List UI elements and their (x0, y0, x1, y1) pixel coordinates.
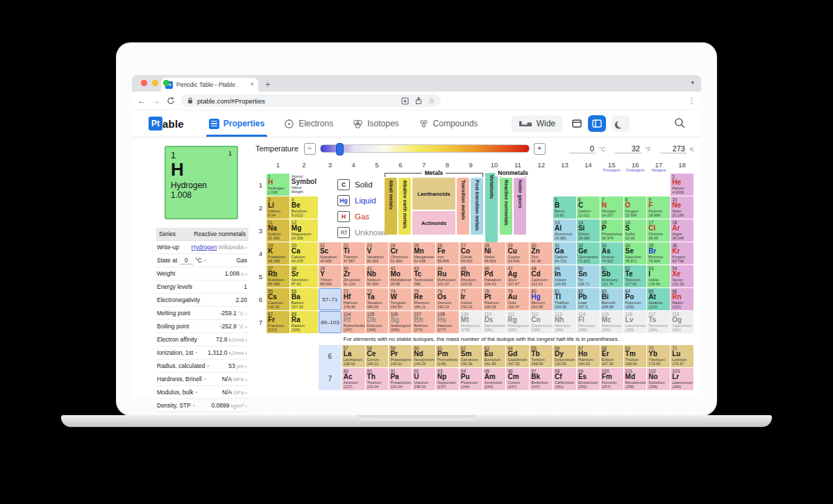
property-row-weight[interactable]: Weight1.008u▾ (156, 267, 249, 280)
element-tile-Lu[interactable]: 71LuLutetium174.97 (671, 345, 693, 367)
tab-properties[interactable]: Properties (201, 110, 273, 137)
element-tile-V[interactable]: 23VVanadium50.942 (366, 242, 389, 264)
value-dropdown-icon[interactable]: ▾ (245, 325, 247, 329)
element-tile-Y[interactable]: 39YYttrium88.906 (319, 265, 342, 287)
element-tile-H[interactable]: 1HHydrogen1.008 (267, 174, 289, 196)
group-number-13[interactable]: 13 (553, 162, 576, 174)
group-number-18[interactable]: 18 (671, 162, 693, 174)
element-tile-Md[interactable]: 101MdMendelevium(258) (624, 368, 647, 390)
element-tile-Tm[interactable]: 69TmThulium168.93 (624, 345, 647, 367)
window-controls[interactable] (141, 80, 169, 86)
forward-icon[interactable]: → (152, 96, 160, 105)
element-tile-He[interactable]: 2HeHelium4.0026 (671, 174, 693, 196)
group-number-1[interactable]: 1 (267, 162, 289, 174)
category-alkali[interactable]: Alkali metals (385, 178, 397, 235)
property-row-radius-calculated[interactable]: Radius, calculated▾53pm▾ (156, 360, 249, 373)
element-tile-Ho[interactable]: 67HoHolmium164.93 (577, 345, 600, 367)
wide-toggle-button[interactable]: Wide (512, 115, 562, 132)
category-alkaline[interactable]: Alkaline earth metals (398, 178, 411, 235)
property-row-ionization-1st[interactable]: Ionization, 1st▾1,312.0kJ/mol▾ (156, 346, 249, 360)
element-tile-Ir[interactable]: 77IrIridium192.22 (460, 288, 482, 310)
element-tile-Ti[interactable]: 22TiTitanium47.867 (342, 242, 365, 264)
period-number-3[interactable]: 3 (255, 227, 266, 235)
category-transition[interactable]: Transition metals (457, 178, 469, 235)
element-tile-Re[interactable]: 75ReRhenium186.21 (412, 288, 435, 310)
install-icon[interactable] (401, 97, 409, 105)
value-dropdown-icon[interactable]: ▾ (245, 338, 247, 342)
state-legend-solid[interactable]: CSolid (337, 176, 388, 192)
state-legend-gas[interactable]: HGas (337, 208, 388, 224)
group-number-9[interactable]: 9 (460, 162, 482, 174)
label-dropdown-icon[interactable]: ▾ (195, 351, 197, 355)
browser-menu-icon[interactable]: ⋮ (688, 96, 696, 106)
element-tile-Ru[interactable]: 44RuRuthenium101.07 (436, 265, 459, 287)
element-tile-Tb[interactable]: 65TbTerbium158.93 (530, 345, 553, 367)
element-tile-Cf[interactable]: 98CfCalifornium(251) (553, 368, 576, 390)
element-tile-Pu[interactable]: 94PuPlutonium(244) (460, 368, 482, 390)
element-tile-Pb[interactable]: 82PbLead207.2 (577, 288, 600, 310)
period-number-1[interactable]: 1 (255, 181, 266, 189)
category-noble[interactable]: Noble gases (514, 178, 526, 235)
property-row-energy-levels[interactable]: Energy levels1 (156, 280, 249, 294)
element-tile-Be[interactable]: 4BeBeryllium9.0122 (290, 196, 318, 219)
ptable-logo[interactable]: Ptable (149, 117, 184, 131)
element-tile-Pm[interactable]: 61PmPromethium(145) (436, 345, 459, 367)
element-tile-Co[interactable]: 27CoCobalt58.933 (460, 242, 482, 264)
element-tile-La[interactable]: 57LaLanthanum138.91 (342, 345, 365, 367)
element-tile-Og[interactable]: 118OgOganesson(294) (671, 311, 693, 333)
temperature-slider[interactable] (320, 144, 530, 153)
element-tile-Os[interactable]: 76OsOsmium190.23 (436, 288, 459, 310)
element-tile-U[interactable]: 92UUranium238.03 (412, 368, 435, 390)
maximize-window-button[interactable] (163, 80, 169, 86)
category-lanthanoid[interactable]: Lanthanoids (412, 178, 455, 210)
group-number-6[interactable]: 6 (389, 162, 412, 174)
element-tile-Sb[interactable]: 51SbAntimony121.76 (600, 265, 623, 287)
element-tile-Zn[interactable]: 30ZnZinc65.38 (530, 242, 553, 264)
element-tile-Ag[interactable]: 47AgSilver107.87 (506, 265, 529, 287)
layout-sidebar-toggle-button[interactable] (588, 115, 606, 132)
label-dropdown-icon[interactable]: ▾ (193, 403, 195, 408)
element-tile-Kr[interactable]: 36KrKrypton83.798 (671, 242, 693, 264)
element-tile-Ts[interactable]: 117TsTennessine(294) (647, 311, 670, 333)
element-tile-Lr[interactable]: 103LrLawrencium(266) (671, 368, 693, 390)
element-tile-Tl[interactable]: 81TlThallium204.38 (553, 288, 576, 310)
group-number-3[interactable]: 3 (319, 162, 342, 174)
element-tile-Si[interactable]: 14SiSilicon28.085 (577, 219, 600, 242)
group-number-5[interactable]: 5 (366, 162, 389, 174)
element-tile-Er[interactable]: 68ErErbium167.26 (600, 345, 623, 367)
element-tile-Rh[interactable]: 45RhRhodium102.91 (460, 265, 482, 287)
element-tile-Na[interactable]: 11NaSodium22.990 (267, 219, 289, 242)
search-button[interactable] (674, 117, 686, 131)
property-row-electronegativity[interactable]: Electronegativity2.20 (156, 294, 249, 307)
element-tile-Ca[interactable]: 20CaCalcium40.078 (290, 242, 318, 264)
element-tile-Au[interactable]: 79AuGold196.97 (506, 288, 529, 310)
writeup-link[interactable]: Hydrogen (192, 244, 217, 251)
element-tile-F[interactable]: 9FFluorine18.998 (647, 196, 670, 219)
element-tile-C[interactable]: 6CCarbon12.011 (577, 196, 600, 219)
element-tile-Am[interactable]: 95AmAmericium(243) (483, 368, 506, 390)
element-tile-Cn[interactable]: 112CnCopernicium(285) (530, 311, 553, 333)
element-tile-Mt[interactable]: 109MtMeitnerium(278) (460, 311, 482, 333)
group-number-14[interactable]: 14 (577, 162, 600, 174)
state-legend-liquid[interactable]: HgLiquid (337, 192, 388, 208)
group-number-4[interactable]: 4 (342, 162, 365, 174)
close-window-button[interactable] (141, 80, 147, 86)
fblock-placeholder-57–71[interactable]: 57–71 (319, 288, 342, 310)
browser-tab[interactable]: Pt Periodic Table - Ptable × (161, 78, 258, 92)
element-tile-N[interactable]: 7NNitrogen14.007 (600, 196, 623, 219)
element-tile-Fr[interactable]: 87FrFrancium(223) (267, 311, 289, 333)
element-tile-Pr[interactable]: 59PrPraseodymium140.91 (389, 345, 412, 367)
element-tile-I[interactable]: 53IIodine126.90 (647, 265, 670, 287)
element-tile-Cl[interactable]: 17ClChlorine35.45 (647, 219, 670, 242)
period-number-7[interactable]: 7 (255, 319, 266, 326)
value-dropdown-icon[interactable]: ▾ (245, 364, 247, 369)
element-tile-Hs[interactable]: 108HsHassium(277) (436, 311, 459, 333)
element-tile-Ar[interactable]: 18ArArgon39.948 (671, 219, 693, 242)
period-number-5[interactable]: 5 (255, 273, 266, 280)
element-tile-Fl[interactable]: 114FlFlerovium(289) (577, 311, 600, 333)
element-tile-W[interactable]: 74WTungsten183.84 (389, 288, 412, 310)
temperature-minus-button[interactable]: − (304, 143, 316, 155)
element-tile-Mn[interactable]: 25MnManganese54.938 (412, 242, 435, 264)
element-tile-Lv[interactable]: 116LvLivermorium(293) (624, 311, 647, 333)
element-tile-Cd[interactable]: 48CdCadmium112.41 (530, 265, 553, 287)
